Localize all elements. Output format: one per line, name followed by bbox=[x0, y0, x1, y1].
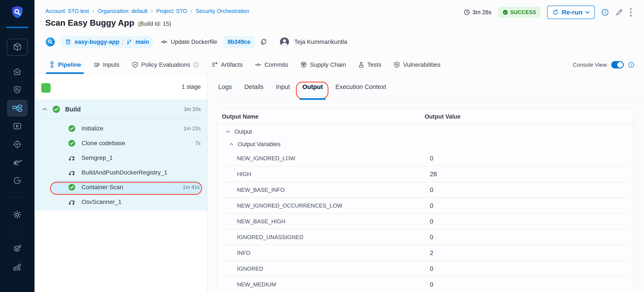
left-nav-sidebar bbox=[0, 0, 34, 292]
module-selector-button[interactable] bbox=[7, 39, 28, 56]
rerun-button[interactable]: Re-run bbox=[547, 6, 595, 19]
copy-sha-icon[interactable] bbox=[260, 38, 267, 46]
breadcrumb-project[interactable]: Project: STO bbox=[156, 8, 187, 14]
step-row-container-scan[interactable]: Container Scan 1m 41s bbox=[51, 180, 202, 195]
output-name: NEW_MEDIUM bbox=[237, 281, 430, 288]
success-check-icon bbox=[502, 10, 508, 15]
breadcrumb-separator: › bbox=[151, 8, 153, 15]
console-view-toggle[interactable] bbox=[611, 61, 624, 68]
status-badge: SUCCESS bbox=[498, 7, 541, 18]
output-value: 2 bbox=[430, 249, 433, 257]
output-name: HIGH bbox=[237, 171, 430, 178]
commit-message: Update Dockerfile bbox=[160, 38, 217, 46]
home-icon[interactable] bbox=[12, 67, 22, 77]
tab-policy-evaluations[interactable]: Policy Evaluations bbox=[132, 56, 199, 74]
pipelines-nav-active[interactable] bbox=[7, 100, 28, 117]
step-detail-tabs: Logs Details Input Output Execution Cont… bbox=[208, 74, 644, 100]
executions-icon[interactable] bbox=[12, 121, 22, 131]
default-settings-layers-icon[interactable] bbox=[12, 244, 22, 253]
artifacts-icon bbox=[211, 61, 218, 68]
chevron-down-icon bbox=[585, 11, 590, 14]
breadcrumb-organization[interactable]: Organization: default bbox=[98, 8, 148, 14]
output-name: NEW_IGNORED_LOW bbox=[237, 155, 430, 162]
step-name: OsvScanner_1 bbox=[82, 199, 122, 205]
group-row-output-variables[interactable]: Output Variables bbox=[217, 138, 634, 151]
console-view-cluster: Console View bbox=[572, 61, 634, 68]
vulnerabilities-icon bbox=[394, 61, 400, 68]
policy-evaluations-icon bbox=[132, 61, 138, 68]
output-value: 0 bbox=[430, 155, 433, 162]
policy-info-icon[interactable] bbox=[193, 62, 199, 68]
edit-pipeline-icon[interactable] bbox=[615, 9, 623, 16]
success-icon bbox=[52, 105, 60, 113]
vertical-divider bbox=[273, 36, 274, 48]
tab-label: Execution Context bbox=[335, 83, 386, 90]
step-row-osvscanner[interactable]: OsvScanner_1 bbox=[34, 195, 207, 209]
elapsed-time-value: 3m 26s bbox=[472, 9, 492, 16]
output-name: IGNORED_UNASSIGNED bbox=[237, 234, 430, 241]
test-targets-icon[interactable] bbox=[12, 139, 22, 149]
title-row: Scan Easy Buggy App (Build Id: 15) bbox=[45, 18, 171, 28]
tab-inputs[interactable]: Inputs bbox=[93, 56, 119, 74]
tab-supply-chain[interactable]: Supply Chain bbox=[300, 56, 346, 74]
step-row-semgrep[interactable]: Semgrep_1 bbox=[34, 151, 207, 165]
step-row-clone-codebase[interactable]: Clone codebase 7s bbox=[34, 136, 207, 151]
overview-scan-icon[interactable] bbox=[12, 85, 22, 94]
tab-execution-context[interactable]: Execution Context bbox=[335, 74, 386, 100]
collapse-chevron-icon[interactable] bbox=[226, 129, 230, 134]
settings-gear-icon[interactable] bbox=[12, 210, 22, 219]
stage-build-section: Build 3m 20s Initialize 1m 22s bbox=[34, 100, 207, 210]
tab-label: Inputs bbox=[103, 61, 119, 68]
harness-sto-logo[interactable] bbox=[11, 5, 24, 20]
tab-input[interactable]: Input bbox=[276, 74, 290, 100]
execution-header: Account: STO test › Organization: defaul… bbox=[34, 0, 644, 56]
console-view-label: Console View bbox=[572, 62, 607, 68]
breadcrumb-separator: › bbox=[190, 8, 192, 15]
tab-pipeline[interactable]: Pipeline bbox=[49, 56, 81, 74]
tab-logs[interactable]: Logs bbox=[218, 74, 232, 100]
tab-commits[interactable]: Commits bbox=[255, 56, 288, 74]
step-row-build-and-push[interactable]: BuildAndPushDockerRegistry_1 bbox=[34, 165, 207, 180]
stage-row-build[interactable]: Build 3m 20s bbox=[34, 100, 207, 119]
output-name: IGNORED bbox=[237, 265, 430, 272]
stage-duration: 3m 20s bbox=[184, 106, 201, 112]
step-name: Clone codebase bbox=[82, 140, 125, 147]
repo-name: easy-buggy-app bbox=[74, 39, 119, 45]
tab-details[interactable]: Details bbox=[244, 74, 264, 100]
tab-vulnerabilities[interactable]: Vulnerabilities bbox=[394, 56, 440, 74]
tab-artifacts[interactable]: Artifacts bbox=[211, 56, 243, 74]
header-actions: 3m 26s SUCCESS Re-run bbox=[464, 5, 632, 20]
step-row-initialize[interactable]: Initialize 1m 22s bbox=[34, 121, 207, 136]
clock-icon bbox=[464, 9, 470, 16]
collapse-chevron-icon[interactable] bbox=[229, 142, 234, 147]
tests-flask-icon bbox=[358, 61, 364, 68]
tab-output[interactable]: Output bbox=[302, 74, 323, 100]
stage-status-chip[interactable] bbox=[41, 83, 51, 93]
get-started-icon[interactable] bbox=[12, 176, 22, 185]
step-duration: 7s bbox=[195, 140, 200, 146]
tab-tests[interactable]: Tests bbox=[358, 56, 381, 74]
exemptions-eye-slash-icon[interactable] bbox=[12, 158, 22, 167]
group-label: Output bbox=[234, 128, 252, 135]
collapse-chevron-icon[interactable] bbox=[42, 106, 48, 112]
organizations-icon[interactable] bbox=[12, 263, 22, 272]
commit-sha-pill[interactable]: 9b349ce bbox=[223, 36, 255, 48]
step-duration: 1m 41s bbox=[183, 184, 200, 190]
group-row-output[interactable]: Output bbox=[217, 125, 634, 138]
breadcrumb-account[interactable]: Account: STO test bbox=[45, 8, 89, 14]
supply-chain-icon bbox=[300, 61, 307, 68]
info-icon[interactable] bbox=[601, 9, 609, 16]
repo-branch-pill[interactable]: easy-buggy-app main bbox=[60, 36, 154, 48]
nav-accent-divider bbox=[6, 27, 28, 28]
table-row: NEW_BASE_INFO 0 bbox=[217, 182, 634, 198]
group-label: Output Variables bbox=[238, 141, 280, 148]
elapsed-time: 3m 26s bbox=[464, 9, 492, 16]
console-view-info-icon[interactable] bbox=[628, 62, 634, 68]
output-name: NEW_BASE_INFO bbox=[237, 187, 430, 193]
status-badge-label: SUCCESS bbox=[510, 9, 536, 15]
breadcrumb-module[interactable]: Security Orchestration bbox=[196, 8, 249, 14]
more-options-kebab-icon[interactable] bbox=[630, 8, 632, 17]
output-value: 28 bbox=[430, 171, 437, 178]
inputs-icon bbox=[93, 61, 100, 68]
branch-name: main bbox=[136, 39, 149, 45]
